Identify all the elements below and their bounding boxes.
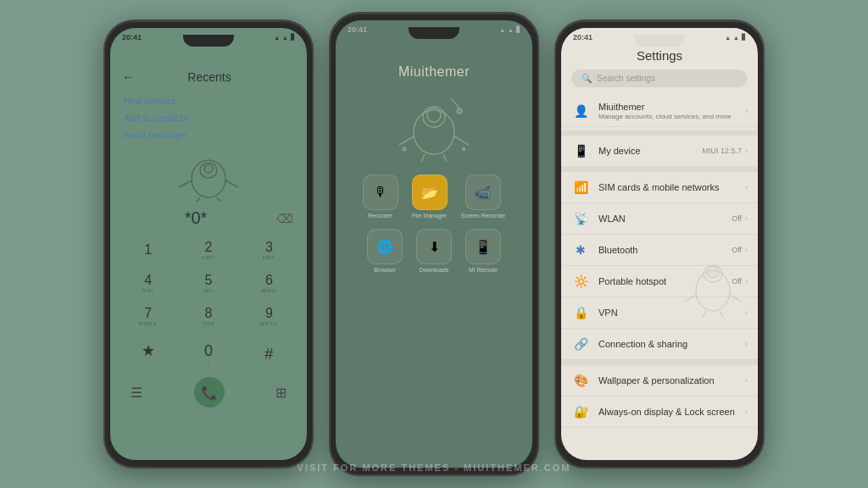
settings-item-miuithemer[interactable]: 👤 Miuithemer Manage accounts, cloud serv… bbox=[561, 96, 758, 127]
screenrecorder-label: Screen Recorder bbox=[461, 213, 506, 219]
svg-line-3 bbox=[225, 180, 238, 187]
wallpaper-content: Wallpaper & personalization bbox=[598, 375, 737, 385]
key-7[interactable]: 7 PQRS bbox=[119, 301, 177, 332]
downloads-label: Downloads bbox=[420, 267, 449, 273]
connection-right: › bbox=[745, 340, 748, 348]
svg-point-16 bbox=[463, 148, 465, 151]
bluetooth-icon: ✱ bbox=[571, 241, 590, 259]
app-miremote[interactable]: 📱 Mi Remote bbox=[465, 229, 501, 273]
settings-item-mydevice[interactable]: 📱 My device MIUI 12.5.7 › bbox=[561, 136, 758, 167]
key-5[interactable]: 5 JKL bbox=[179, 268, 237, 299]
vpn-icon: 🔒 bbox=[571, 303, 590, 322]
settings-item-wallpaper[interactable]: 🎨 Wallpaper & personalization › bbox=[561, 365, 758, 396]
menu-button[interactable]: ☰ bbox=[131, 385, 142, 401]
simcards-right: › bbox=[745, 183, 748, 191]
chevron-icon2: › bbox=[745, 147, 748, 155]
send-message-link[interactable]: Send message bbox=[124, 130, 293, 140]
svg-line-2 bbox=[179, 180, 192, 187]
settings-item-vpn[interactable]: 🔒 VPN › bbox=[561, 297, 758, 329]
wallpaper-title: Wallpaper & personalization bbox=[598, 375, 737, 385]
settings-item-bluetooth[interactable]: ✱ Bluetooth Off › bbox=[561, 235, 758, 266]
appgrid-screen: 20:41 ▲ ▲ ▊ Miuithemer bbox=[336, 20, 532, 468]
svg-point-6 bbox=[204, 164, 213, 173]
settings-item-alwayson[interactable]: 🔐 Always-on display & Lock screen › bbox=[561, 396, 758, 428]
chevron-icon3: › bbox=[745, 183, 748, 191]
hotspot-title: Portable hotspot bbox=[598, 276, 723, 286]
app-recorder[interactable]: 🎙 Recorder bbox=[363, 175, 398, 219]
appgrid-status-icons: ▲ ▲ ▊ bbox=[499, 26, 520, 33]
key-8[interactable]: 8 TUV bbox=[179, 301, 237, 332]
alwayson-content: Always-on display & Lock screen bbox=[598, 407, 737, 417]
mydevice-title: My device bbox=[598, 146, 693, 156]
dialer-header: ← Recents bbox=[110, 47, 307, 89]
chevron-icon8: › bbox=[745, 340, 748, 348]
key-star[interactable]: ★ , bbox=[119, 337, 177, 370]
wlan-title: WLAN bbox=[598, 214, 723, 224]
downloads-icon: ⬇ bbox=[416, 229, 452, 264]
battery-icon: ▊ bbox=[291, 34, 295, 41]
app-screenrecorder[interactable]: 📹 Screen Recorder bbox=[461, 175, 506, 219]
settings-time: 20:41 bbox=[573, 33, 593, 42]
wallpaper-icon: 🎨 bbox=[571, 371, 590, 390]
wlan-icon: 📡 bbox=[571, 209, 590, 228]
app-downloads[interactable]: ⬇ Downloads bbox=[416, 229, 452, 273]
chevron-icon: › bbox=[745, 107, 748, 115]
key-1[interactable]: 1 bbox=[119, 235, 177, 266]
settings-screen: 20:41 ▲ ▲ ▊ Settings 🔍 Search settings 👤… bbox=[561, 28, 758, 460]
settings-item-wlan[interactable]: 📡 WLAN Off › bbox=[561, 203, 758, 235]
search-placeholder: Search settings bbox=[597, 74, 655, 83]
app-browser[interactable]: 🌐 Browser bbox=[367, 229, 403, 273]
dialer-time: 20:41 bbox=[122, 33, 142, 42]
watermark: VISIT FOR MORE THEMES - MIUITHEMER.COM bbox=[298, 463, 571, 473]
miremote-icon: 📱 bbox=[465, 229, 501, 264]
alwayson-icon: 🔐 bbox=[571, 402, 590, 421]
bluetooth-right: Off › bbox=[732, 246, 748, 254]
search-icon: 🔍 bbox=[581, 74, 592, 83]
browser-icon: 🌐 bbox=[367, 229, 403, 264]
miuithemer-icon: 👤 bbox=[571, 102, 590, 120]
key-hash[interactable]: # bbox=[240, 337, 298, 370]
svg-line-17 bbox=[451, 98, 459, 108]
signal-icon3: ▲ bbox=[725, 35, 731, 41]
key-zero[interactable]: 0 + bbox=[179, 337, 237, 370]
wifi-icon2: ▲ bbox=[508, 27, 514, 33]
apps-row1: 🎙 Recorder 📂 File Manager 📹 Screen Recor… bbox=[363, 175, 506, 219]
vpn-right: › bbox=[745, 308, 748, 317]
settings-status-icons: ▲ ▲ ▊ bbox=[725, 34, 746, 41]
app-filemanager[interactable]: 📂 File Manager bbox=[412, 175, 448, 219]
dialer-input-row: *0* ⌫ bbox=[110, 205, 307, 231]
mydevice-content: My device bbox=[598, 146, 693, 156]
dialer-links: New contact Add to contacts Send message bbox=[110, 89, 307, 147]
simcards-icon: 📶 bbox=[571, 178, 590, 197]
signal-icon2: ▲ bbox=[499, 27, 505, 33]
call-button[interactable]: 📞 bbox=[194, 377, 225, 408]
back-button[interactable]: ← bbox=[122, 70, 134, 84]
settings-section-account: 👤 Miuithemer Manage accounts, cloud serv… bbox=[561, 96, 758, 127]
key-3[interactable]: 3 DEF bbox=[240, 235, 298, 266]
dialer-status-icons: ▲ ▲ ▊ bbox=[274, 34, 295, 41]
wifi-icon3: ▲ bbox=[733, 35, 739, 41]
key-6[interactable]: 6 MNO bbox=[240, 268, 298, 299]
svg-line-11 bbox=[454, 136, 469, 145]
wlan-value: Off bbox=[732, 214, 742, 223]
key-4[interactable]: 4 GHI bbox=[119, 268, 177, 299]
notch2 bbox=[409, 27, 459, 39]
grid-button[interactable]: ⊞ bbox=[275, 385, 287, 401]
settings-item-simcards[interactable]: 📶 SIM cards & mobile networks › bbox=[561, 172, 758, 203]
phone-dialer: 20:41 ▲ ▲ ▊ ← Recents New contact Add to… bbox=[103, 19, 314, 469]
mydevice-icon: 📱 bbox=[571, 141, 590, 160]
new-contact-link[interactable]: New contact bbox=[124, 96, 293, 106]
app-grid-container: Miuithemer bbox=[336, 39, 532, 468]
settings-item-hotspot[interactable]: 🔆 Portable hotspot Off › bbox=[561, 266, 758, 297]
svg-point-15 bbox=[403, 147, 406, 151]
settings-item-connection[interactable]: 🔗 Connection & sharing › bbox=[561, 329, 758, 360]
signal-icon: ▲ bbox=[274, 35, 280, 41]
settings-search-bar[interactable]: 🔍 Search settings bbox=[571, 69, 748, 87]
battery-icon3: ▊ bbox=[742, 34, 746, 41]
connection-content: Connection & sharing bbox=[598, 339, 737, 349]
key-2[interactable]: 2 ABC bbox=[179, 235, 237, 266]
key-9[interactable]: 9 WXYZ bbox=[240, 301, 298, 332]
bluetooth-value: Off bbox=[732, 246, 742, 254]
backspace-button[interactable]: ⌫ bbox=[276, 212, 293, 225]
add-contact-link[interactable]: Add to contacts bbox=[124, 113, 293, 123]
